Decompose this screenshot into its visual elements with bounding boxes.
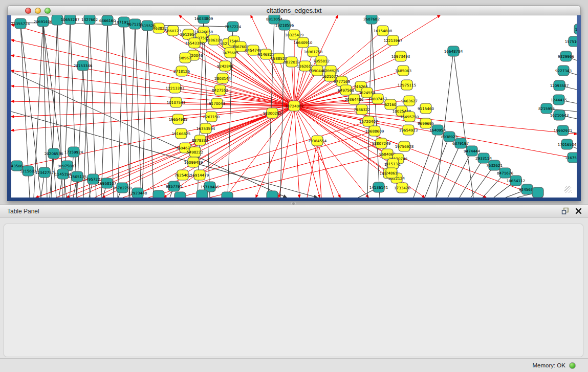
graph-edge: [118, 22, 124, 198]
graph-node[interactable]: 12975115: [398, 80, 417, 90]
graph-node[interactable]: 7857224: [225, 21, 241, 32]
graph-node[interactable]: 19384554: [308, 136, 327, 146]
graph-edge: [294, 106, 320, 198]
window-titlebar[interactable]: citations_edges.txt: [7, 5, 581, 15]
graph-node-label: 15720407: [359, 119, 378, 124]
graph-node-label: 2933114: [475, 156, 492, 161]
graph-node[interactable]: 17016504: [558, 139, 577, 149]
graph-node[interactable]: 9474444: [464, 146, 480, 156]
graph-node[interactable]: 20691406: [34, 16, 53, 27]
graph-node-label: 19166825: [172, 132, 191, 136]
window-frame: 1872400774638225860123891295418226058182…: [7, 15, 581, 201]
graph-node[interactable]: [153, 190, 164, 198]
graph-node[interactable]: 10688609: [365, 126, 384, 136]
graph-node[interactable]: 15751074: [565, 36, 577, 47]
graph-node-label: 1215682: [20, 169, 36, 173]
graph-node[interactable]: 19166825: [172, 128, 191, 139]
graph-node-label: 3475685: [222, 51, 238, 55]
graph-node-label: 19756928: [395, 144, 414, 149]
graph-node[interactable]: 1167534: [565, 152, 577, 163]
graph-node[interactable]: 16210643: [550, 110, 569, 120]
graph-node[interactable]: 1244415: [551, 95, 567, 105]
graph-node[interactable]: 8215955: [538, 103, 555, 114]
graph-edge: [372, 19, 380, 198]
graph-node-label: 7632621: [486, 163, 503, 168]
graph-node[interactable]: 9115460: [418, 103, 434, 114]
graph-node[interactable]: 9227343: [555, 65, 572, 76]
graph-node-label: 16648784: [444, 49, 463, 54]
graph-node[interactable]: 16961758: [304, 47, 323, 57]
graph-node[interactable]: [197, 190, 208, 198]
graph-node[interactable]: 16648784: [444, 46, 463, 56]
graph-node[interactable]: 98967: [180, 53, 191, 63]
graph-node[interactable]: 62160: [385, 99, 397, 110]
graph-node-label: 20153346: [74, 63, 93, 68]
graph-node[interactable]: 12342757: [35, 167, 54, 178]
network-view-window: citations_edges.txt 18724007746382258601…: [7, 5, 581, 201]
graph-node[interactable]: [175, 192, 186, 198]
graph-node[interactable]: 20206536: [45, 148, 63, 159]
graph-node-label: 7986322: [354, 107, 370, 112]
graph-node[interactable]: 1733426: [394, 183, 410, 193]
network-canvas[interactable]: 1872400774638225860123891295418226058182…: [11, 15, 577, 198]
graph-node[interactable]: 19654923: [399, 125, 418, 135]
graph-edge: [460, 158, 484, 198]
graph-node[interactable]: 8267150: [203, 112, 220, 122]
graph-node-label: 17359924: [64, 150, 83, 155]
graph-node-label: 9777169: [334, 79, 350, 84]
graph-node-label: 10107543: [167, 100, 186, 105]
graph-node[interactable]: 1327602: [81, 15, 98, 25]
graph-node-label: 7857224: [225, 25, 241, 29]
graph-edge: [11, 55, 294, 106]
window-resize-grip[interactable]: [564, 186, 572, 193]
close-panel-icon[interactable]: [575, 208, 582, 214]
table-panel-header: Table Panel: [0, 205, 588, 217]
graph-node[interactable]: 24861: [386, 168, 398, 178]
graph-node[interactable]: 1112: [574, 24, 577, 34]
graph-node[interactable]: 12093587: [550, 80, 569, 91]
graph-node[interactable]: 17359924: [64, 147, 83, 157]
graph-edge: [448, 151, 472, 198]
graph-node[interactable]: 915132: [386, 159, 400, 169]
graph-node-label: 7955812: [313, 59, 330, 63]
memory-status-icon: [569, 362, 576, 369]
graph-node[interactable]: 7485063: [395, 65, 411, 76]
graph-node-label: 10653287: [61, 17, 80, 22]
graph-node[interactable]: 7955812: [313, 56, 330, 66]
graph-node[interactable]: 9329966: [558, 51, 574, 61]
float-panel-icon[interactable]: [561, 207, 569, 215]
graph-node[interactable]: 16033809: [194, 15, 213, 24]
graph-node[interactable]: 15992971: [554, 125, 573, 136]
graph-node[interactable]: 10973493: [391, 51, 410, 61]
graph-node[interactable]: 16353594: [197, 123, 215, 134]
graph-edge: [279, 106, 294, 198]
graph-node-label: 9170043: [209, 101, 225, 106]
graph-node[interactable]: [222, 192, 233, 198]
graph-node-label: 1244415: [551, 98, 567, 102]
graph-node-label: 16495750: [400, 115, 419, 119]
graph-node-label: 6497568: [338, 88, 354, 93]
graph-nodes: 1872400774638225860123891295418226058182…: [11, 15, 577, 198]
graph-node[interactable]: 9170043: [209, 98, 225, 108]
graph-node[interactable]: 19756928: [395, 141, 414, 151]
graph-node[interactable]: 12213967: [384, 35, 403, 46]
graph-node-label: 20691406: [34, 19, 53, 24]
graph-node[interactable]: [532, 187, 543, 198]
graph-node-label: 18724007: [285, 104, 304, 108]
graph-edge: [294, 106, 299, 198]
graph-node[interactable]: [267, 191, 278, 198]
graph-node[interactable]: 24355724: [11, 18, 30, 29]
graph-node[interactable]: 16154808: [374, 26, 393, 36]
graph-node[interactable]: 12213383: [166, 83, 185, 93]
graph-node[interactable]: 10107543: [167, 97, 186, 107]
graph-node[interactable]: 15720407: [359, 116, 378, 126]
graph-node[interactable]: 9463627: [401, 96, 418, 106]
graph-node-label: 98967: [180, 56, 191, 60]
graph-node[interactable]: 10653287: [61, 15, 80, 25]
graph-node[interactable]: 2687682: [363, 15, 380, 24]
graph-node[interactable]: 2718126: [173, 66, 190, 76]
graph-edge: [135, 24, 141, 198]
graph-node-label: 20364486: [345, 97, 364, 102]
graph-node[interactable]: 9857791: [166, 181, 182, 191]
graph-node-label: 19384554: [308, 139, 327, 143]
